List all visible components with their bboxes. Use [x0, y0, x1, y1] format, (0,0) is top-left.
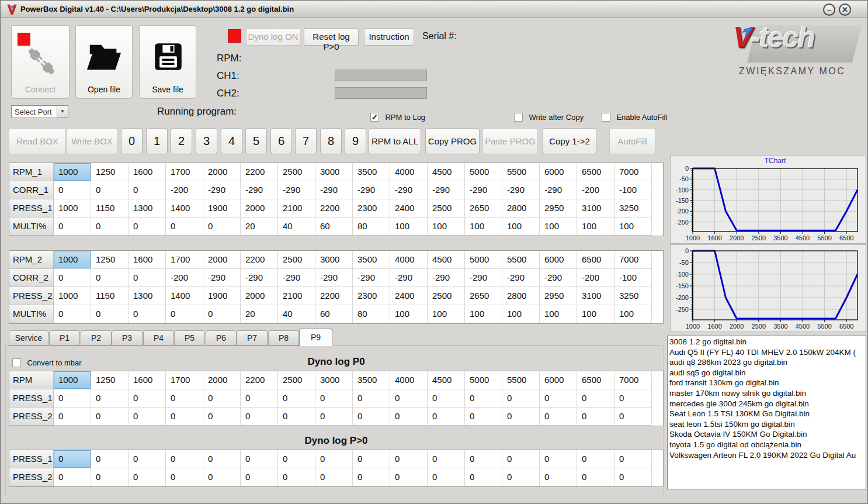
copy-prog-button[interactable]: Copy PROG [425, 128, 480, 154]
table-cell[interactable]: -290 [465, 269, 502, 287]
table-cell[interactable]: 6500 [577, 251, 614, 269]
table-cell[interactable]: 0 [540, 450, 577, 468]
table-cell[interactable]: 0 [577, 389, 614, 408]
table-cell[interactable]: 100 [540, 218, 577, 236]
table-cell[interactable]: 3500 [353, 371, 390, 389]
table-cell[interactable]: 5000 [465, 371, 502, 389]
table-cell[interactable]: 1700 [166, 163, 203, 181]
table-cell[interactable]: 0 [203, 305, 241, 323]
table-cell[interactable]: 2000 [203, 163, 241, 181]
table-cell[interactable]: 3000 [315, 371, 353, 389]
table-cell[interactable]: 1700 [166, 251, 203, 269]
table-cell[interactable]: 0 [428, 389, 465, 408]
table-cell[interactable]: 20 [241, 218, 278, 236]
table-cell[interactable]: 100 [390, 305, 428, 323]
table-cell[interactable]: 1900 [203, 287, 241, 305]
table-cell[interactable]: 0 [502, 408, 540, 426]
table-cell[interactable]: 0 [129, 181, 166, 199]
table-cell[interactable]: 2200 [315, 287, 353, 305]
file-list-item[interactable]: Skoda Octavia IV 150KM Go Digital.bin [669, 429, 866, 440]
table-cell[interactable]: -290 [203, 269, 241, 287]
table-cell[interactable]: 2000 [241, 287, 278, 305]
table-cell[interactable]: 0 [203, 389, 241, 408]
table-cell[interactable]: 1700 [166, 371, 203, 389]
table-cell[interactable]: 2650 [465, 287, 502, 305]
file-list-item[interactable]: master 170km nowy silnik go digital.bin [669, 388, 866, 399]
table-cell[interactable]: 0 [390, 408, 428, 426]
table-cell[interactable]: 80 [353, 218, 390, 236]
table-cell[interactable]: 5000 [465, 251, 502, 269]
table-cell[interactable]: 2500 [428, 287, 465, 305]
table-cell[interactable]: 0 [91, 305, 129, 323]
table-cell[interactable]: 6500 [577, 163, 614, 181]
table-cell[interactable]: 0 [54, 450, 91, 468]
table-cell[interactable]: 60 [315, 218, 353, 236]
read-box-button[interactable]: Read BOX [9, 128, 66, 154]
table-cell[interactable]: 5500 [502, 251, 540, 269]
table-cell[interactable]: 0 [278, 408, 315, 426]
table-cell[interactable]: -290 [502, 269, 540, 287]
table-cell[interactable]: 0 [54, 181, 91, 199]
table-cell[interactable]: 2650 [465, 199, 502, 218]
table-cell[interactable]: 4500 [428, 163, 465, 181]
table-cell[interactable]: -290 [428, 181, 465, 199]
num-1-button[interactable]: 1 [146, 128, 168, 154]
table-cell[interactable]: 1600 [129, 163, 166, 181]
write-box-button[interactable]: Write BOX [67, 128, 117, 154]
table-cell[interactable]: 1250 [91, 251, 129, 269]
table-cell[interactable]: 1000 [54, 287, 91, 305]
table-cell[interactable]: 1400 [166, 199, 203, 218]
table-cell[interactable]: 0 [129, 450, 166, 468]
table-cell[interactable]: 0 [54, 389, 91, 408]
table-cell[interactable]: 4000 [390, 163, 428, 181]
table-cell[interactable]: -290 [278, 269, 315, 287]
tab-p8[interactable]: P8 [268, 330, 299, 346]
num-6-button[interactable]: 6 [270, 128, 292, 154]
table-cell[interactable]: 5500 [502, 371, 540, 389]
table-cell[interactable]: 1150 [91, 199, 129, 218]
table-cell[interactable]: 2500 [278, 163, 315, 181]
tab-p3[interactable]: P3 [112, 330, 143, 346]
table-cell[interactable]: 1600 [129, 251, 166, 269]
table-cell[interactable]: 6000 [540, 371, 577, 389]
table-cell[interactable]: 2300 [353, 199, 390, 218]
table-cell[interactable]: 2500 [278, 371, 315, 389]
table-cell[interactable]: -200 [166, 269, 203, 287]
table-cell[interactable]: 0 [91, 468, 129, 486]
table-cell[interactable]: 6500 [577, 371, 614, 389]
table-cell[interactable]: 3100 [577, 199, 614, 218]
table-cell[interactable]: 4500 [428, 251, 465, 269]
convert-to-mbar-checkbox[interactable]: Convert to mbar [12, 357, 82, 367]
table-cell[interactable]: -100 [614, 269, 652, 287]
table-cell[interactable]: 0 [540, 389, 577, 408]
table-cell[interactable]: 100 [390, 218, 428, 236]
table-cell[interactable]: 0 [54, 269, 91, 287]
table-cell[interactable]: 7000 [614, 163, 652, 181]
tab-p2[interactable]: P2 [81, 330, 112, 346]
table-cell[interactable]: 0 [278, 468, 315, 486]
table-cell[interactable]: 0 [614, 450, 652, 468]
table-cell[interactable]: 0 [353, 450, 390, 468]
write-after-copy-checkbox-box[interactable] [514, 113, 523, 122]
table-cell[interactable]: 1150 [91, 287, 129, 305]
num-3-button[interactable]: 3 [196, 128, 217, 154]
table-cell[interactable]: 0 [315, 450, 353, 468]
table-cell[interactable]: 0 [428, 408, 465, 426]
table-cell[interactable]: 1000 [54, 251, 91, 269]
table-cell[interactable]: 100 [614, 305, 652, 323]
table-cell[interactable]: 4000 [390, 371, 428, 389]
table-cell[interactable]: -290 [241, 269, 278, 287]
convert-to-mbar-checkbox-box[interactable] [12, 358, 21, 367]
table-cell[interactable]: 1900 [203, 199, 241, 218]
instruction-button[interactable]: Instruction [364, 28, 414, 46]
table-cell[interactable]: 2800 [502, 287, 540, 305]
num-7-button[interactable]: 7 [295, 128, 317, 154]
table-cell[interactable]: 7000 [614, 371, 652, 389]
enable-autofill-checkbox-box[interactable] [602, 113, 610, 122]
table-cell[interactable]: 2950 [540, 287, 577, 305]
file-list-item[interactable]: seat leon 1.5tsi 150km go digital.bin [669, 419, 866, 430]
table-cell[interactable]: 0 [129, 468, 166, 486]
table-cell[interactable]: 2000 [241, 199, 278, 218]
table-cell[interactable]: 0 [315, 389, 353, 408]
rpm-to-log-checkbox[interactable]: ✓ RPM to Log [370, 112, 425, 121]
